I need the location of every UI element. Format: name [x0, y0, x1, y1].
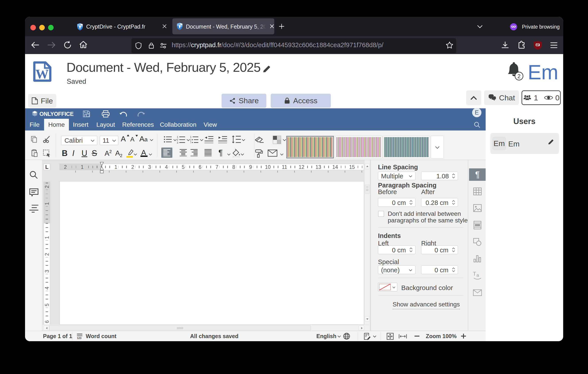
svg-text:3: 3 — [177, 141, 178, 144]
svg-text:T: T — [473, 271, 476, 277]
svg-text:2: 2 — [177, 138, 178, 141]
svg-text:a: a — [477, 272, 479, 278]
svg-text:123: 123 — [77, 337, 82, 339]
svg-text:1: 1 — [177, 135, 178, 138]
svg-text:1: 1 — [190, 135, 191, 138]
svg-text:W: W — [35, 67, 49, 81]
